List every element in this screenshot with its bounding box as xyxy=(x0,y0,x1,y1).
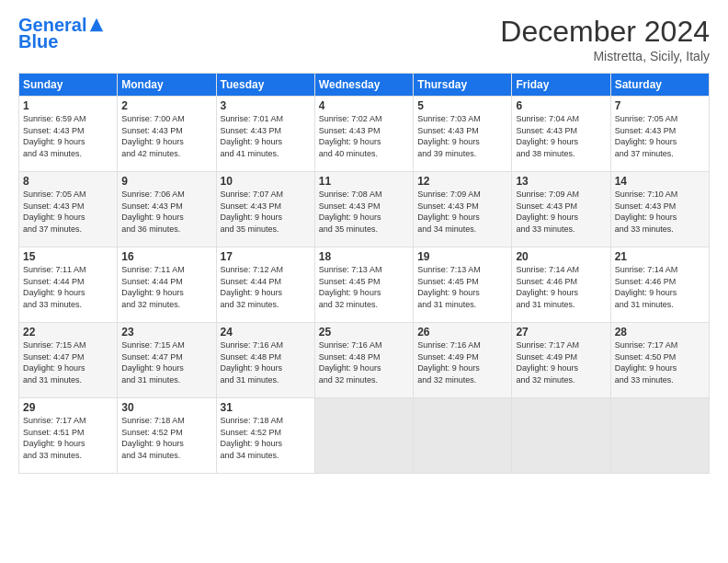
header: General Blue December 2024 Mistretta, Si… xyxy=(18,15,710,63)
day-cell: 13 Sunrise: 7:09 AM Sunset: 4:43 PM Dayl… xyxy=(512,172,610,247)
day-number: 4 xyxy=(319,99,409,112)
day-info: Sunrise: 7:13 AM Sunset: 4:45 PM Dayligh… xyxy=(319,264,409,310)
day-cell: 31 Sunrise: 7:18 AM Sunset: 4:52 PM Dayl… xyxy=(216,398,314,474)
weekday-header-row: SundayMondayTuesdayWednesdayThursdayFrid… xyxy=(19,74,710,97)
day-number: 27 xyxy=(516,326,606,339)
day-number: 25 xyxy=(319,326,409,339)
day-number: 6 xyxy=(516,99,606,112)
day-cell: 17 Sunrise: 7:12 AM Sunset: 4:44 PM Dayl… xyxy=(216,247,314,323)
day-cell: 18 Sunrise: 7:13 AM Sunset: 4:45 PM Dayl… xyxy=(314,247,413,323)
day-info: Sunrise: 7:09 AM Sunset: 4:43 PM Dayligh… xyxy=(516,189,606,235)
day-cell: 25 Sunrise: 7:16 AM Sunset: 4:48 PM Dayl… xyxy=(314,323,413,398)
day-info: Sunrise: 7:11 AM Sunset: 4:44 PM Dayligh… xyxy=(23,264,113,310)
day-cell: 22 Sunrise: 7:15 AM Sunset: 4:47 PM Dayl… xyxy=(19,323,118,398)
day-cell: 12 Sunrise: 7:09 AM Sunset: 4:43 PM Dayl… xyxy=(414,172,512,247)
day-cell xyxy=(414,398,512,474)
day-number: 8 xyxy=(23,175,113,188)
day-number: 16 xyxy=(121,250,211,263)
day-number: 23 xyxy=(121,326,211,339)
svg-marker-0 xyxy=(90,18,103,31)
month-title: December 2024 xyxy=(500,15,710,49)
day-number: 9 xyxy=(121,175,211,188)
day-number: 15 xyxy=(23,250,113,263)
day-cell: 15 Sunrise: 7:11 AM Sunset: 4:44 PM Dayl… xyxy=(19,247,118,323)
day-number: 21 xyxy=(615,250,705,263)
day-number: 31 xyxy=(221,401,311,414)
day-info: Sunrise: 7:18 AM Sunset: 4:52 PM Dayligh… xyxy=(221,415,311,461)
calendar-table: SundayMondayTuesdayWednesdayThursdayFrid… xyxy=(18,73,710,474)
day-number: 10 xyxy=(221,175,311,188)
day-cell xyxy=(610,398,709,474)
day-cell: 3 Sunrise: 7:01 AM Sunset: 4:43 PM Dayli… xyxy=(216,97,314,172)
day-cell: 20 Sunrise: 7:14 AM Sunset: 4:46 PM Dayl… xyxy=(512,247,610,323)
day-cell: 9 Sunrise: 7:06 AM Sunset: 4:43 PM Dayli… xyxy=(118,172,216,247)
day-info: Sunrise: 7:10 AM Sunset: 4:43 PM Dayligh… xyxy=(615,189,705,235)
day-number: 2 xyxy=(121,99,211,112)
day-cell: 21 Sunrise: 7:14 AM Sunset: 4:46 PM Dayl… xyxy=(610,247,709,323)
day-info: Sunrise: 7:04 AM Sunset: 4:43 PM Dayligh… xyxy=(516,113,606,159)
day-number: 17 xyxy=(221,250,311,263)
day-info: Sunrise: 7:05 AM Sunset: 4:43 PM Dayligh… xyxy=(615,113,705,159)
week-row-4: 22 Sunrise: 7:15 AM Sunset: 4:47 PM Dayl… xyxy=(19,323,710,398)
day-info: Sunrise: 7:15 AM Sunset: 4:47 PM Dayligh… xyxy=(23,339,113,385)
day-info: Sunrise: 7:15 AM Sunset: 4:47 PM Dayligh… xyxy=(121,339,211,385)
day-cell: 8 Sunrise: 7:05 AM Sunset: 4:43 PM Dayli… xyxy=(19,172,118,247)
logo: General Blue xyxy=(18,15,105,52)
weekday-saturday: Saturday xyxy=(610,74,709,97)
day-number: 28 xyxy=(615,326,705,339)
day-info: Sunrise: 7:14 AM Sunset: 4:46 PM Dayligh… xyxy=(615,264,705,310)
day-info: Sunrise: 7:16 AM Sunset: 4:48 PM Dayligh… xyxy=(319,339,409,385)
day-number: 29 xyxy=(23,401,113,414)
day-info: Sunrise: 7:07 AM Sunset: 4:43 PM Dayligh… xyxy=(221,189,311,235)
day-info: Sunrise: 7:12 AM Sunset: 4:44 PM Dayligh… xyxy=(221,264,311,310)
day-info: Sunrise: 7:02 AM Sunset: 4:43 PM Dayligh… xyxy=(319,113,409,159)
day-cell: 19 Sunrise: 7:13 AM Sunset: 4:45 PM Dayl… xyxy=(414,247,512,323)
day-cell: 30 Sunrise: 7:18 AM Sunset: 4:52 PM Dayl… xyxy=(118,398,216,474)
week-row-1: 1 Sunrise: 6:59 AM Sunset: 4:43 PM Dayli… xyxy=(19,97,710,172)
weekday-friday: Friday xyxy=(512,74,610,97)
day-info: Sunrise: 7:09 AM Sunset: 4:43 PM Dayligh… xyxy=(417,189,507,235)
week-row-3: 15 Sunrise: 7:11 AM Sunset: 4:44 PM Dayl… xyxy=(19,247,710,323)
day-number: 20 xyxy=(516,250,606,263)
day-cell: 14 Sunrise: 7:10 AM Sunset: 4:43 PM Dayl… xyxy=(610,172,709,247)
day-cell: 26 Sunrise: 7:16 AM Sunset: 4:49 PM Dayl… xyxy=(414,323,512,398)
day-info: Sunrise: 7:00 AM Sunset: 4:43 PM Dayligh… xyxy=(121,113,211,159)
day-info: Sunrise: 7:17 AM Sunset: 4:51 PM Dayligh… xyxy=(23,415,113,461)
day-info: Sunrise: 7:17 AM Sunset: 4:50 PM Dayligh… xyxy=(615,339,705,385)
day-number: 1 xyxy=(23,99,113,112)
day-info: Sunrise: 7:11 AM Sunset: 4:44 PM Dayligh… xyxy=(121,264,211,310)
day-number: 11 xyxy=(319,175,409,188)
page: General Blue December 2024 Mistretta, Si… xyxy=(0,0,728,563)
day-info: Sunrise: 7:16 AM Sunset: 4:48 PM Dayligh… xyxy=(221,339,311,385)
day-cell: 7 Sunrise: 7:05 AM Sunset: 4:43 PM Dayli… xyxy=(610,97,709,172)
weekday-thursday: Thursday xyxy=(414,74,512,97)
day-info: Sunrise: 7:16 AM Sunset: 4:49 PM Dayligh… xyxy=(417,339,507,385)
day-cell xyxy=(512,398,610,474)
day-cell: 1 Sunrise: 6:59 AM Sunset: 4:43 PM Dayli… xyxy=(19,97,118,172)
day-cell: 24 Sunrise: 7:16 AM Sunset: 4:48 PM Dayl… xyxy=(216,323,314,398)
day-cell: 27 Sunrise: 7:17 AM Sunset: 4:49 PM Dayl… xyxy=(512,323,610,398)
day-cell xyxy=(314,398,413,474)
day-info: Sunrise: 7:13 AM Sunset: 4:45 PM Dayligh… xyxy=(417,264,507,310)
day-number: 3 xyxy=(221,99,311,112)
logo-blue: Blue xyxy=(18,31,58,52)
day-info: Sunrise: 7:05 AM Sunset: 4:43 PM Dayligh… xyxy=(23,189,113,235)
day-info: Sunrise: 7:14 AM Sunset: 4:46 PM Dayligh… xyxy=(516,264,606,310)
day-cell: 28 Sunrise: 7:17 AM Sunset: 4:50 PM Dayl… xyxy=(610,323,709,398)
day-info: Sunrise: 7:06 AM Sunset: 4:43 PM Dayligh… xyxy=(121,189,211,235)
day-info: Sunrise: 7:17 AM Sunset: 4:49 PM Dayligh… xyxy=(516,339,606,385)
weekday-monday: Monday xyxy=(118,74,216,97)
day-number: 19 xyxy=(417,250,507,263)
day-number: 22 xyxy=(23,326,113,339)
day-cell: 29 Sunrise: 7:17 AM Sunset: 4:51 PM Dayl… xyxy=(19,398,118,474)
day-cell: 2 Sunrise: 7:00 AM Sunset: 4:43 PM Dayli… xyxy=(118,97,216,172)
day-cell: 16 Sunrise: 7:11 AM Sunset: 4:44 PM Dayl… xyxy=(118,247,216,323)
logo-icon xyxy=(88,17,105,33)
day-number: 18 xyxy=(319,250,409,263)
day-info: Sunrise: 7:18 AM Sunset: 4:52 PM Dayligh… xyxy=(121,415,211,461)
weekday-wednesday: Wednesday xyxy=(314,74,413,97)
week-row-2: 8 Sunrise: 7:05 AM Sunset: 4:43 PM Dayli… xyxy=(19,172,710,247)
day-cell: 5 Sunrise: 7:03 AM Sunset: 4:43 PM Dayli… xyxy=(414,97,512,172)
day-cell: 4 Sunrise: 7:02 AM Sunset: 4:43 PM Dayli… xyxy=(314,97,413,172)
day-info: Sunrise: 6:59 AM Sunset: 4:43 PM Dayligh… xyxy=(23,113,113,159)
